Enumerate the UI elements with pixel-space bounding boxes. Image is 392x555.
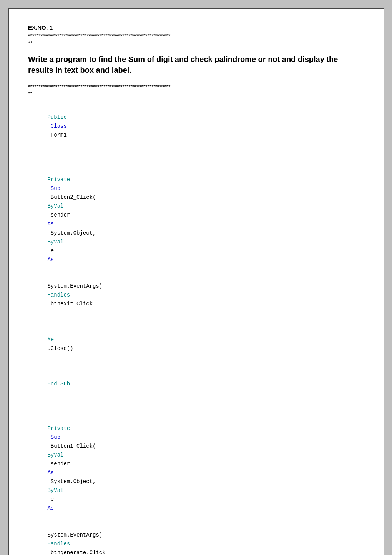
kw-byval-3: ByVal	[47, 452, 63, 458]
kw-end-sub-1: End Sub	[47, 381, 70, 387]
kw-as-2: As	[47, 257, 54, 263]
sub2-sender: sender	[47, 461, 73, 467]
kw-private-1: Private	[47, 177, 70, 183]
sub1-eventargs: System.EventArgs)	[47, 283, 105, 289]
kw-as-1: As	[47, 221, 54, 227]
kw-private-2: Private	[47, 425, 70, 432]
kw-sub-1: Sub	[47, 185, 60, 192]
line-sub2-cont: System.EventArgs) Handles btngenerate.Cl…	[28, 522, 364, 555]
sub1-type1: System.Object,	[47, 230, 99, 236]
heading: Write a program to find the Sum of digit…	[28, 54, 364, 75]
line-sub2-start: Private Sub Button1_Click( ByVal sender …	[28, 406, 364, 522]
kw-as-3: As	[47, 470, 54, 476]
meclose-text: .Close()	[47, 345, 73, 352]
sub1-e: e	[47, 248, 57, 254]
sub1-sender: sender	[47, 212, 73, 218]
stars-section-1: ****************************************…	[28, 32, 364, 46]
sub2-eventargs: System.EventArgs)	[47, 532, 105, 538]
code-block: Public Class Form1 Private Sub Button2_C…	[28, 104, 364, 555]
sub2-type: System.Object,	[47, 478, 99, 485]
sub2-event: btngenerate.Click	[47, 550, 105, 555]
sub2-e: e	[47, 496, 57, 502]
kw-me: Me	[47, 337, 54, 343]
kw-byval-4: ByVal	[47, 487, 63, 493]
kw-as-4: As	[47, 505, 54, 511]
class-name: Form1	[47, 132, 66, 138]
sub1-event: btnexit.Click	[47, 301, 93, 307]
stars-line-1: ****************************************…	[28, 32, 364, 40]
kw-sub-2: Sub	[47, 434, 60, 440]
stars-line-2: ****************************************…	[28, 83, 364, 91]
line-endsub1: End Sub	[28, 362, 364, 397]
line-sub1-start: Private Sub Button2_Click( ByVal sender …	[28, 158, 364, 273]
kw-class: Class	[47, 123, 66, 129]
blank-2	[28, 397, 364, 406]
sub2-name: Button1_Click(	[47, 443, 96, 449]
kw-public: Public	[47, 114, 66, 120]
ex-number: EX.NO: 1	[28, 24, 364, 31]
sub1-name: Button2_Click(	[47, 194, 96, 200]
stars-extra-2: **	[28, 90, 364, 97]
line-meclose: Me .Close()	[28, 317, 364, 362]
line-public-class: Public Class Form1	[28, 104, 364, 148]
kw-handles-2: Handles	[47, 541, 70, 547]
kw-byval-2: ByVal	[47, 239, 63, 245]
stars-extra-1: **	[28, 40, 364, 46]
line-sub1-cont: System.EventArgs) Handles btnexit.Click	[28, 273, 364, 317]
main-window: EX.NO: 1 *******************************…	[8, 8, 384, 555]
kw-byval-1: ByVal	[47, 203, 63, 209]
kw-handles-1: Handles	[47, 292, 70, 298]
blank-1	[28, 149, 364, 158]
stars-section-2: ****************************************…	[28, 83, 364, 97]
